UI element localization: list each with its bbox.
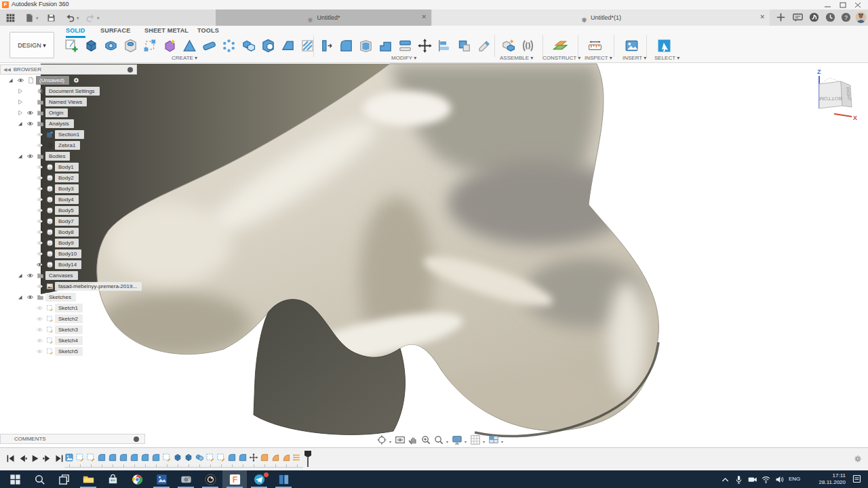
group-label-create[interactable]: CREATE ▾	[172, 55, 197, 61]
layout-grid-caret[interactable]: ▾	[483, 439, 485, 444]
chrome-taskbar-icon[interactable]	[125, 470, 149, 488]
physical-material-tool[interactable]	[455, 37, 473, 55]
tree-item-body10[interactable]: Body10	[0, 248, 141, 259]
comments-panel-header[interactable]: COMMENTS	[0, 434, 145, 444]
redo-caret[interactable]: ▾	[97, 16, 100, 21]
visibility-eye-icon-off[interactable]	[35, 228, 45, 237]
volume-tray-icon[interactable]	[774, 474, 785, 485]
play-icon[interactable]	[30, 453, 40, 464]
tree-item-analysis[interactable]: Analysis	[0, 118, 141, 129]
select-tool[interactable]	[655, 37, 673, 55]
chamfer-block-tool[interactable]	[279, 37, 297, 55]
visibility-eye-icon-off[interactable]	[35, 325, 45, 334]
timeline-feature-move[interactable]	[249, 453, 258, 462]
minimize-button[interactable]	[823, 2, 833, 8]
new-tab-icon[interactable]	[775, 12, 787, 23]
browser-panel-header[interactable]: ◀◀ BROWSER	[0, 64, 137, 75]
window-zoom-caret[interactable]: ▾	[446, 439, 448, 444]
tree-item-sketch4[interactable]: Sketch4	[0, 335, 141, 346]
timeline-feature-sketch[interactable]	[86, 453, 96, 462]
visibility-eye-icon-on[interactable]	[35, 260, 45, 269]
maximize-button[interactable]	[838, 2, 848, 8]
file-menu-icon[interactable]	[24, 13, 35, 23]
visibility-eye-icon-off[interactable]	[35, 195, 45, 204]
timeline-feature-fillet-suppressed[interactable]	[260, 453, 269, 462]
tree-collapsed-arrow-icon[interactable]	[15, 87, 25, 96]
ribbon-tab-sheetmetal[interactable]: SHEET METAL	[144, 27, 189, 35]
press-pull-tool[interactable]	[317, 37, 336, 55]
display-settings-icon[interactable]	[452, 434, 462, 445]
group-label-modify[interactable]: MODIFY ▾	[391, 55, 416, 61]
start-taskbar-icon[interactable]	[3, 470, 27, 488]
taskbar-clock[interactable]: 17:11 28.11.2020	[810, 472, 846, 486]
zoom-icon[interactable]	[420, 434, 431, 445]
timeline-feature-combine[interactable]	[195, 453, 204, 462]
search-taskbar-icon[interactable]	[27, 470, 52, 488]
tree-item-zebra1[interactable]: Zebra1	[0, 140, 141, 150]
viewports-icon[interactable]	[488, 434, 499, 445]
fillet-tool[interactable]	[337, 37, 355, 55]
photos-app-taskbar-icon[interactable]	[149, 470, 174, 488]
telegram-taskbar-icon[interactable]	[247, 470, 271, 488]
camera-tray-icon[interactable]	[747, 474, 757, 485]
tree-item-body7[interactable]: Body7	[0, 216, 141, 226]
visibility-eye-icon-off[interactable]	[35, 336, 45, 345]
visibility-eye-icon-off[interactable]	[35, 141, 45, 150]
tree-item-canvases[interactable]: Canvases	[0, 270, 141, 281]
tree-item-sketches[interactable]: Sketches	[0, 291, 141, 302]
construct-plane-tool[interactable]	[551, 37, 569, 55]
tree-item-sketch3[interactable]: Sketch3	[0, 324, 141, 335]
step-back-icon[interactable]	[18, 453, 28, 464]
workspace-switcher[interactable]: DESIGN ▾	[9, 32, 54, 58]
tree-item-body3[interactable]: Body3	[0, 183, 141, 194]
tree-item--unsaved-[interactable]: (Unsaved)	[0, 75, 141, 85]
viewcube[interactable]: Z X BOTTOM RIGHT	[802, 66, 859, 123]
group-label-assemble[interactable]: ASSEMBLE ▾	[500, 55, 533, 61]
panel-options-icon[interactable]	[127, 67, 133, 73]
joint-tool[interactable]	[519, 37, 537, 55]
rectangular-pattern-tool[interactable]	[141, 37, 159, 55]
timeline-feature-fillet[interactable]	[238, 453, 248, 462]
timeline-feature-fillet[interactable]	[119, 453, 128, 462]
timeline-marker[interactable]	[304, 450, 312, 468]
visibility-eye-icon-on[interactable]	[25, 152, 35, 161]
visibility-eye-icon-on[interactable]	[25, 271, 35, 280]
task-view-taskbar-icon[interactable]	[52, 470, 76, 488]
group-label-construct[interactable]: CONSTRUCT ▾	[542, 55, 580, 61]
close-button[interactable]	[853, 2, 863, 8]
group-label-insert[interactable]: INSERT ▾	[623, 55, 646, 61]
wifi-tray-icon[interactable]	[761, 474, 771, 485]
circular-pattern-tool[interactable]	[220, 37, 238, 55]
tree-item-sketch2[interactable]: Sketch2	[0, 313, 141, 324]
undo-icon[interactable]	[65, 13, 75, 23]
go-start-icon[interactable]	[5, 453, 16, 464]
window-zoom-icon[interactable]	[433, 434, 444, 445]
visibility-eye-icon-off[interactable]	[35, 239, 45, 247]
timeline-feature-form-suppressed[interactable]	[271, 453, 280, 462]
store-taskbar-icon[interactable]	[100, 470, 125, 488]
timeline-feature-fillet[interactable]	[130, 453, 139, 462]
chevron-up-tray-icon[interactable]	[720, 474, 730, 485]
tree-collapsed-arrow-icon[interactable]	[15, 98, 25, 106]
revolve-tool[interactable]	[102, 37, 120, 55]
utility-app-taskbar-icon[interactable]	[174, 470, 198, 488]
visibility-eye-icon-off[interactable]	[35, 347, 45, 356]
app-grid-icon[interactable]	[5, 13, 16, 23]
timeline-feature-fillet[interactable]	[97, 453, 106, 462]
timeline-feature-canvas[interactable]	[64, 453, 74, 462]
undo-caret[interactable]: ▾	[77, 16, 79, 21]
timeline-settings-gear-icon[interactable]	[853, 454, 863, 464]
extrude-tool[interactable]	[82, 37, 100, 55]
job-status-icon[interactable]	[825, 12, 836, 23]
tree-item-named-views[interactable]: Named Views	[0, 96, 141, 107]
visibility-eye-icon-off[interactable]	[35, 174, 45, 182]
file-menu-caret[interactable]: ▾	[36, 16, 39, 21]
combine-bodies-tool[interactable]	[239, 37, 258, 55]
tree-item-body8[interactable]: Body8	[0, 226, 141, 237]
tree-item-body5[interactable]: Body5	[0, 205, 141, 216]
language-indicator[interactable]: ENG	[789, 476, 800, 482]
help-icon[interactable]: ?	[840, 12, 852, 23]
microphone-tray-icon[interactable]	[734, 474, 744, 485]
timeline-feature-fillet[interactable]	[140, 453, 150, 462]
active-document-radio-icon[interactable]	[71, 76, 81, 85]
